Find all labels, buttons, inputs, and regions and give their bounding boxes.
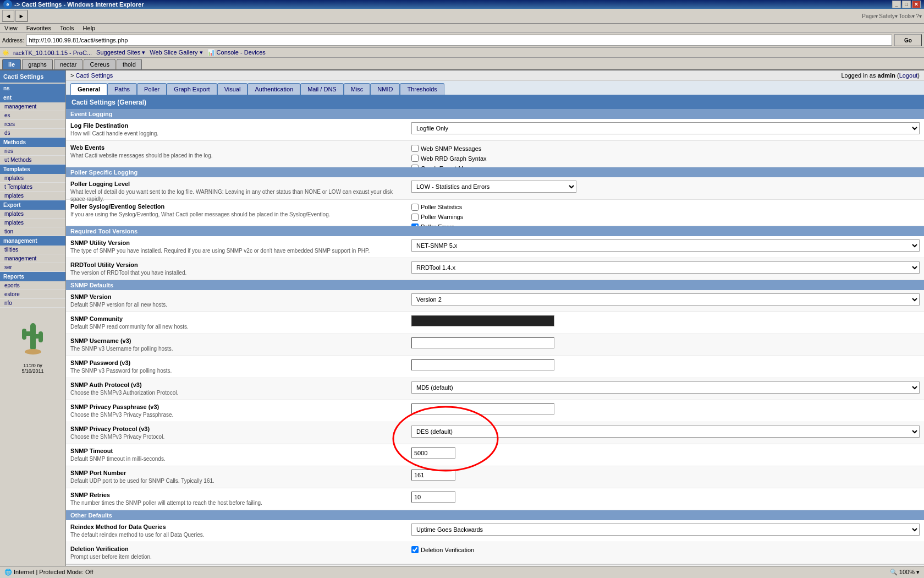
menu-favorites[interactable]: Favorites <box>26 25 51 31</box>
tab-general[interactable]: General <box>70 83 107 95</box>
desc-snmp-version: Default SNMP version for all new hosts. <box>70 301 405 308</box>
label-web-events: Web Events <box>70 144 405 151</box>
sidebar-header-ns[interactable]: ns <box>0 84 65 93</box>
tab-graph-export[interactable]: Graph Export <box>167 83 217 95</box>
sidebar-header-reports[interactable]: Reports <box>0 272 65 281</box>
select-rrdtool-utility[interactable]: RRDTool 1.0.x RRDTool 1.2.x RRDTool 1.4.… <box>411 261 920 274</box>
sidebar-item-mplates-3[interactable]: mplates <box>0 210 65 219</box>
sidebar-item-ut-methods[interactable]: ut Methods <box>0 156 65 165</box>
sidebar-item-restore[interactable]: estore <box>0 290 65 299</box>
label-rrdtool-utility: RRDTool Utility Version <box>70 261 405 268</box>
sidebar-item-tion[interactable]: tion <box>0 227 65 236</box>
sidebar-item-t-templates[interactable]: t Templates <box>0 183 65 192</box>
cacti-tab-graphs[interactable]: graphs <box>22 59 53 69</box>
sidebar-item-mplates-1[interactable]: mplates <box>0 174 65 183</box>
minimize-button[interactable]: _ <box>892 1 901 8</box>
select-snmp-version[interactable]: Version 1 Version 2 Version 3 <box>411 293 920 306</box>
sidebar-item-ser[interactable]: ser <box>0 263 65 272</box>
select-snmp-privacy-protocol[interactable]: DES (default) AES128 AES192 AES256 <box>411 426 920 438</box>
section-other-defaults: Other Defaults <box>66 510 924 520</box>
tab-nmid[interactable]: NMID <box>370 83 400 95</box>
row-snmp-username: SNMP Username (v3) The SNMP v3 Username … <box>66 334 924 356</box>
maximize-button[interactable]: □ <box>902 1 911 8</box>
fav-console[interactable]: 📊 Console - Devices <box>207 49 266 56</box>
input-snmp-retries[interactable] <box>411 492 455 503</box>
sidebar-header-methods[interactable]: Methods <box>0 138 65 147</box>
fav-suggested[interactable]: Suggested Sites ▾ <box>96 49 145 56</box>
fav-webslice[interactable]: Web Slice Gallery ▾ <box>150 49 202 56</box>
sidebar-item-mplates-2[interactable]: mplates <box>0 192 65 200</box>
row-snmp-community: SNMP Community Default SNMP read communi… <box>66 312 924 334</box>
row-snmp-retries: SNMP Retries The number times the SNMP p… <box>66 488 924 510</box>
desc-snmp-privacy-protocol: Choose the SNMPv3 Privacy Protocol. <box>70 433 405 440</box>
sidebar-item-ries[interactable]: ries <box>0 147 65 156</box>
back-button[interactable]: ◄ <box>2 10 14 22</box>
sidebar-item-rces[interactable]: rces <box>0 120 65 129</box>
close-button[interactable]: ✕ <box>912 1 921 8</box>
sidebar-header-mgmt[interactable]: management <box>0 236 65 246</box>
check-web-snmp[interactable] <box>411 145 419 152</box>
label-snmp-retries: SNMP Retries <box>70 492 405 498</box>
sidebar-header-export[interactable]: Export <box>0 200 65 210</box>
sidebar-item-es[interactable]: es <box>0 111 65 120</box>
input-snmp-password[interactable] <box>411 359 554 370</box>
menu-view[interactable]: View <box>4 25 18 31</box>
check-deletion-verification[interactable] <box>411 546 419 553</box>
sidebar-header-settings[interactable]: Cacti Settings <box>0 70 65 83</box>
sidebar-item-reports[interactable]: eports <box>0 281 65 290</box>
menu-help[interactable]: Help <box>83 25 96 31</box>
window-title: -> Cacti Settings - Windows Internet Exp… <box>14 1 144 8</box>
check-poller-warnings[interactable] <box>411 214 419 221</box>
tab-authentication[interactable]: Authentication <box>248 83 300 95</box>
sidebar-item-ds[interactable]: ds <box>0 129 65 138</box>
input-snmp-port[interactable] <box>411 470 455 481</box>
svg-rect-2 <box>22 329 26 340</box>
cacti-tab-cereus[interactable]: Cereus <box>84 59 115 69</box>
tab-thresholds[interactable]: Thresholds <box>400 83 444 95</box>
tab-paths[interactable]: Paths <box>107 83 137 95</box>
fav-item-1[interactable]: rackTK_10.100.1.15 - ProC... <box>13 50 92 56</box>
forward-button[interactable]: ► <box>15 10 28 22</box>
label-reindex-method: Reindex Method for Data Queries <box>70 524 405 530</box>
tab-mail-dns[interactable]: Mail / DNS <box>300 83 344 95</box>
cacti-tab-nectar[interactable]: nectar <box>54 59 83 69</box>
check-poller-stats[interactable] <box>411 204 419 211</box>
select-snmp-auth-protocol[interactable]: MD5 (default) SHA <box>411 381 920 394</box>
label-snmp-privacy-passphrase: SNMP Privacy Passphrase (v3) <box>70 403 405 410</box>
menu-tools[interactable]: Tools <box>60 25 74 31</box>
input-snmp-privacy-passphrase[interactable] <box>411 403 554 415</box>
address-input[interactable] <box>26 35 892 46</box>
select-poller-logging-level[interactable]: NONE LOW - Statistics and Errors MEDIUM … <box>411 181 576 193</box>
ie-icon: e <box>3 0 12 9</box>
cacti-tab-thold[interactable]: thold <box>117 59 142 69</box>
input-snmp-community[interactable] <box>411 315 554 326</box>
breadcrumb-link[interactable]: Cacti Settings <box>75 72 113 79</box>
select-reindex-method[interactable]: Uptime Goes Backwards Index Count Change… <box>411 524 920 536</box>
sidebar-item-tilities[interactable]: tilities <box>0 246 65 254</box>
desc-snmp-community: Default SNMP read community for all new … <box>70 323 405 330</box>
go-button[interactable]: Go <box>894 34 922 46</box>
sidebar-item-management[interactable]: management <box>0 102 65 111</box>
logout-link[interactable]: Logout <box>899 72 918 79</box>
select-log-file-destination[interactable]: Logfile Only Both Syslog/Eventlog <box>411 122 920 134</box>
browser-menubar: View Favorites Tools Help <box>0 24 924 33</box>
tab-visual[interactable]: Visual <box>217 83 248 95</box>
sidebar-item-mplates-4[interactable]: mplates <box>0 219 65 227</box>
label-poller-logging-level: Poller Logging Level <box>70 181 405 187</box>
sidebar-header-ent[interactable]: ent <box>0 93 65 102</box>
tab-poller[interactable]: Poller <box>137 83 167 95</box>
browser-toolbar: ◄ ► Page▾ Safety▾ Tools▾ ?▾ <box>0 9 924 24</box>
sidebar-header-templates-label[interactable]: Templates <box>0 165 65 174</box>
input-snmp-username[interactable] <box>411 337 554 348</box>
check-web-rrd[interactable] <box>411 155 419 162</box>
select-snmp-utility[interactable]: NET-SNMP 5.x NET-SNMP 4.x UCD-SNMP 4.x <box>411 239 920 252</box>
sidebar-item-nfo[interactable]: nfo <box>0 299 65 308</box>
tab-misc[interactable]: Misc <box>344 83 371 95</box>
desc-snmp-retries: The number times the SNMP poller will at… <box>70 499 405 506</box>
cacti-tab-ile[interactable]: ile <box>2 59 21 69</box>
row-snmp-utility: SNMP Utility Version The type of SNMP yo… <box>66 236 924 258</box>
breadcrumb: > Cacti Settings <box>70 72 113 79</box>
input-snmp-timeout[interactable] <box>411 448 455 459</box>
checkbox-poller-stats: Poller Statistics <box>411 204 920 211</box>
sidebar-item-management-2[interactable]: management <box>0 254 65 263</box>
